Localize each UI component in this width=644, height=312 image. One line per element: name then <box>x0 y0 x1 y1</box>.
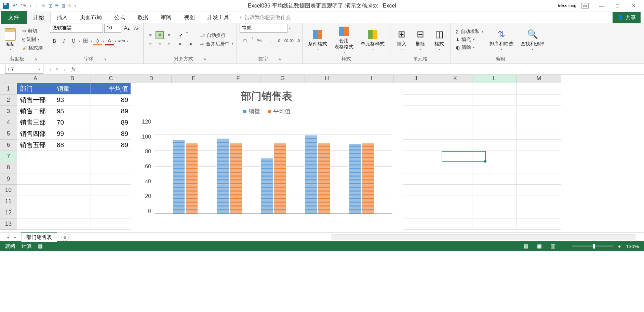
launcher-icon[interactable]: ⬊ <box>104 57 107 61</box>
confirm-icon[interactable]: ✓ <box>63 67 67 72</box>
increase-font-icon[interactable]: A▴ <box>123 24 131 32</box>
cell-C4[interactable]: 89 <box>91 117 131 128</box>
font-name-input[interactable]: 微软雅黑 <box>50 24 103 33</box>
col-header-G[interactable]: G <box>260 75 305 83</box>
page-layout-view-icon[interactable]: ▣ <box>535 243 544 250</box>
cell-B6[interactable]: 88 <box>54 140 91 151</box>
align-left-icon[interactable]: ≡ <box>146 40 155 48</box>
decrease-indent-icon[interactable]: ⇤ <box>177 40 185 48</box>
paste-button[interactable]: 粘贴 ▾ <box>3 28 18 52</box>
delete-cells-button[interactable]: ⊟删除▾ <box>412 28 429 52</box>
row-header-4[interactable]: 4 <box>0 117 17 128</box>
tab-data[interactable]: 数据 <box>131 12 155 23</box>
tab-developer[interactable]: 开发工具 <box>201 12 235 23</box>
qat-more-icon[interactable]: ▾ <box>75 4 76 8</box>
formula-input[interactable] <box>82 65 644 74</box>
touch-mode-icon[interactable]: ⇱ <box>42 3 46 8</box>
cell-C2[interactable]: 89 <box>91 95 131 106</box>
save-icon[interactable] <box>3 3 9 9</box>
sort-filter-button[interactable]: ⇅排序和筛选▾ <box>487 28 516 52</box>
col-header-D[interactable]: D <box>131 75 172 83</box>
row-header-5[interactable]: 5 <box>0 128 17 140</box>
cell-styles-button[interactable]: 单元格样式▾ <box>358 28 387 52</box>
number-format-select[interactable]: 常规 <box>240 24 287 33</box>
bar-series-0[interactable] <box>217 139 229 214</box>
horizontal-scrollbar[interactable] <box>332 234 635 240</box>
row-header-8[interactable]: 8 <box>0 162 17 173</box>
normal-view-icon[interactable]: ▦ <box>521 243 530 250</box>
add-sheet-button[interactable]: ⊕ <box>61 233 69 241</box>
tab-insert[interactable]: 插入 <box>51 12 74 23</box>
align-right-icon[interactable]: ≡ <box>165 40 173 48</box>
launcher-icon[interactable]: ⬊ <box>278 57 281 61</box>
page-break-view-icon[interactable]: ▥ <box>549 243 558 250</box>
macro-record-icon[interactable]: ▦ <box>38 243 43 250</box>
decrease-font-icon[interactable]: A▾ <box>132 24 140 32</box>
worksheet-grid[interactable]: A B C D E F G H I J K L M 1 2 3 4 5 6 7 … <box>0 75 644 232</box>
bar-series-0[interactable] <box>305 136 317 214</box>
align-top-icon[interactable]: ≡ <box>146 31 155 39</box>
tell-me-search[interactable]: ♀ 告诉我你想要做什么 <box>239 14 291 21</box>
row-header-7[interactable]: 7 <box>0 151 17 162</box>
tab-formulas[interactable]: 公式 <box>108 12 131 23</box>
fill-color-button[interactable]: ◇ <box>93 37 102 45</box>
col-header-B[interactable]: B <box>54 75 91 83</box>
row-header-9[interactable]: 9 <box>0 173 17 185</box>
col-header-C[interactable]: C <box>91 75 131 83</box>
share-button[interactable]: 👤 共享 <box>613 12 641 23</box>
row-header-2[interactable]: 2 <box>0 95 17 106</box>
prev-sheet-icon[interactable]: ◂ <box>7 235 12 240</box>
col-header-H[interactable]: H <box>305 75 349 83</box>
drop-icon[interactable]: ⁞ <box>50 67 51 72</box>
font-size-input[interactable]: 10 <box>104 24 121 33</box>
qat-icon[interactable]: ☰ <box>55 3 59 8</box>
cell-A4[interactable]: 销售三部 <box>17 117 54 128</box>
name-box[interactable]: L7▾ <box>5 65 43 74</box>
tab-review[interactable]: 审阅 <box>155 12 178 23</box>
launcher-icon[interactable]: ⬊ <box>203 57 206 61</box>
align-center-icon[interactable]: ≡ <box>156 40 164 48</box>
cell-A5[interactable]: 销售四部 <box>17 128 54 140</box>
bar-series-1[interactable] <box>186 143 198 214</box>
col-header-F[interactable]: F <box>216 75 260 83</box>
cell-C3[interactable]: 89 <box>91 106 131 117</box>
clear-button[interactable]: ◐清除▾ <box>454 44 485 51</box>
zoom-level[interactable]: 130% <box>626 243 639 249</box>
bold-button[interactable]: B <box>50 37 59 45</box>
bar-series-1[interactable] <box>362 143 374 214</box>
chart-legend[interactable]: 销量 平均值 <box>131 105 403 119</box>
increase-indent-icon[interactable]: ⇥ <box>186 40 194 48</box>
tab-file[interactable]: 文件 <box>1 11 27 24</box>
qat-icon[interactable]: ▥ <box>62 3 65 8</box>
col-header-A[interactable]: A <box>17 75 54 83</box>
cell-C5[interactable]: 89 <box>91 128 131 140</box>
bar-series-1[interactable] <box>274 143 286 214</box>
format-painter-button[interactable]: 🖌格式刷 <box>21 44 44 52</box>
cell-B4[interactable]: 70 <box>54 117 91 128</box>
format-as-table-button[interactable]: 套用 表格格式▾ <box>332 25 356 55</box>
cell-A3[interactable]: 销售二部 <box>17 106 54 117</box>
bar-series-0[interactable] <box>349 144 361 214</box>
cell-A2[interactable]: 销售一部 <box>17 95 54 106</box>
row-header-10[interactable]: 10 <box>0 185 17 196</box>
qat-dropdown-icon[interactable]: ▾ <box>30 4 31 8</box>
bar-series-1[interactable] <box>230 143 242 214</box>
row-header-12[interactable]: 12 <box>0 207 17 218</box>
launcher-icon[interactable]: ⬊ <box>35 57 37 61</box>
cell-B5[interactable]: 99 <box>54 128 91 140</box>
row-header-1[interactable]: 1 <box>0 83 17 95</box>
wrap-text-button[interactable]: ⮐自动换行 <box>199 32 234 39</box>
maximize-button[interactable]: □ <box>610 1 625 11</box>
tab-view[interactable]: 视图 <box>178 12 201 23</box>
undo-icon[interactable]: ↶ <box>12 2 17 10</box>
cell-A6[interactable]: 销售五部 <box>17 140 54 151</box>
fx-icon[interactable]: fx <box>71 66 76 72</box>
qat-icon[interactable]: ◫ <box>49 3 52 8</box>
col-header-I[interactable]: I <box>349 75 394 83</box>
bar-series-0[interactable] <box>173 140 185 214</box>
minimize-button[interactable]: — <box>594 1 609 11</box>
col-header-L[interactable]: L <box>472 75 517 83</box>
col-header-E[interactable]: E <box>172 75 216 83</box>
merge-center-button[interactable]: ⬄合并后居中▾ <box>199 40 234 48</box>
close-button[interactable]: ✕ <box>626 1 641 11</box>
